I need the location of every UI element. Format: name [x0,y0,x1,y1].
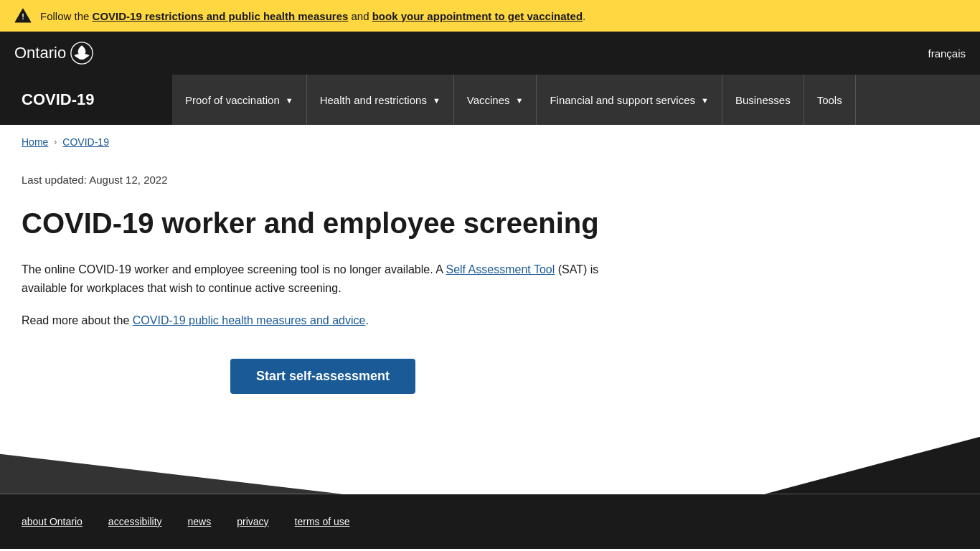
site-footer: about Ontario accessibility news privacy… [0,494,980,549]
ontario-label: Ontario [14,44,66,62]
nav-label-proof-vaccination: Proof of vaccination [185,94,280,106]
chevron-down-icon: ▼ [701,96,709,105]
nav-label-tools: Tools [817,94,842,106]
breadcrumb: Home › COVID-19 [0,125,980,159]
alert-link-vaccination[interactable]: book your appointment to get vaccinated [372,10,583,22]
last-updated: Last updated: August 12, 2022 [22,174,624,186]
self-assessment-tool-link[interactable]: Self Assessment Tool [446,263,555,276]
content-paragraph-2: Read more about the COVID-19 public heal… [22,311,624,330]
nav-label-financial-support: Financial and support services [550,94,695,106]
nav-label-health-restrictions: Health and restrictions [320,94,427,106]
nav-label-businesses: Businesses [735,94,791,106]
nav-item-health-restrictions[interactable]: Health and restrictions ▼ [307,75,454,125]
breadcrumb-home[interactable]: Home [22,136,48,148]
site-header: Ontario français [0,32,980,75]
nav-item-businesses[interactable]: Businesses [722,75,804,125]
svg-text:!: ! [22,12,24,21]
nav-logo-section: COVID-19 [0,75,172,125]
footer-link-privacy[interactable]: privacy [237,516,268,527]
footer-link-about[interactable]: about Ontario [22,516,83,527]
language-toggle[interactable]: français [928,47,966,60]
nav-item-financial-support[interactable]: Financial and support services ▼ [537,75,722,125]
chevron-down-icon: ▼ [286,96,293,105]
nav-item-tools[interactable]: Tools [804,75,856,125]
nav-items: Proof of vaccination ▼ Health and restri… [172,75,980,125]
ontario-trillium-icon [70,42,93,65]
alert-banner: ! Follow the COVID-19 restrictions and p… [0,0,980,32]
main-content: Last updated: August 12, 2022 COVID-19 w… [0,159,980,437]
nav-site-title[interactable]: COVID-19 [22,90,94,109]
nav-item-vaccines[interactable]: Vaccines ▼ [454,75,537,125]
start-self-assessment-button[interactable]: Start self-assessment [230,359,415,394]
alert-icon: ! [14,7,32,24]
alert-text: Follow the COVID-19 restrictions and pub… [40,10,585,22]
footer-link-accessibility[interactable]: accessibility [108,516,162,527]
nav-item-proof-vaccination[interactable]: Proof of vaccination ▼ [172,75,307,125]
footer-nav: about Ontario accessibility news privacy… [22,516,958,527]
footer-transition [0,437,980,494]
ontario-logo[interactable]: Ontario [14,42,93,65]
public-health-measures-link[interactable]: COVID-19 public health measures and advi… [133,314,366,326]
chevron-down-icon: ▼ [433,96,440,105]
content-paragraph-1: The online COVID-19 worker and employee … [22,260,624,297]
alert-link-restrictions[interactable]: COVID-19 restrictions and public health … [93,10,349,22]
chevron-down-icon: ▼ [516,96,524,105]
nav-label-vaccines: Vaccines [467,94,510,106]
main-nav: COVID-19 Proof of vaccination ▼ Health a… [0,75,980,125]
cta-container: Start self-assessment [22,359,624,394]
footer-link-terms[interactable]: terms of use [295,516,350,527]
breadcrumb-separator: › [54,137,57,147]
footer-link-news[interactable]: news [188,516,212,527]
breadcrumb-current[interactable]: COVID-19 [62,136,109,148]
page-title: COVID-19 worker and employee screening [22,206,624,240]
